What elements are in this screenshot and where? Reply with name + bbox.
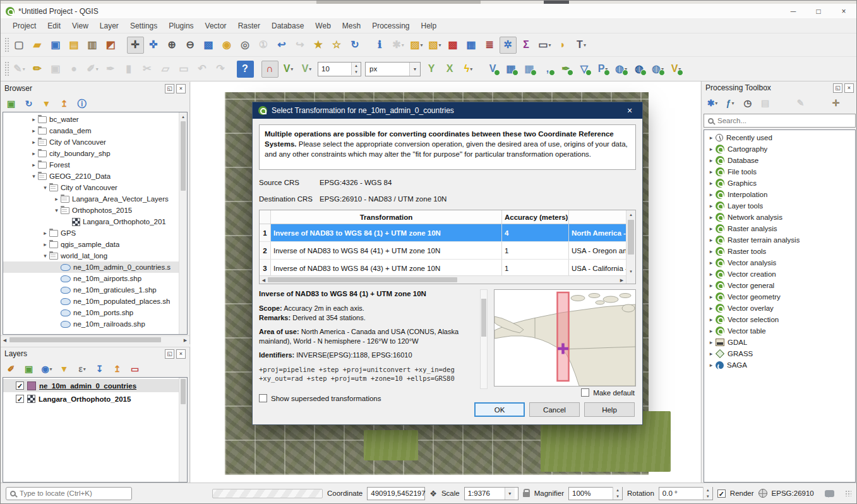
style-manager[interactable]: ◩ (102, 37, 119, 54)
enable-tracing[interactable]: ϟ▾ (460, 61, 477, 78)
ok-button[interactable]: OK (474, 402, 525, 417)
add-group[interactable]: ▣ (21, 361, 37, 376)
processing-toolbox-toggle[interactable]: ✲ (500, 37, 517, 54)
extent-tracking-icon[interactable]: ❖ (429, 489, 437, 498)
menu-item[interactable]: Web (309, 20, 336, 32)
menu-item[interactable]: Raster (232, 20, 266, 32)
browser-item[interactable]: Langara_Orthophoto_201 (3, 216, 187, 227)
toolbox-group[interactable]: ▸ GRASS (704, 348, 855, 359)
toolbox-group[interactable]: ▸ Vector selection (704, 314, 855, 325)
scale-combo[interactable]: 1:9376 ▾ (464, 487, 518, 500)
browser-vertical-scrollbar[interactable]: ▴ (179, 112, 187, 334)
scroll-up-icon[interactable]: ▴ (626, 210, 635, 219)
messages-icon[interactable] (825, 490, 834, 497)
snapping-unit-combo[interactable]: px ▾ (365, 62, 421, 76)
combo-arrow-icon[interactable]: ▾ (505, 488, 515, 500)
toolbox-search[interactable] (704, 114, 856, 128)
menu-item[interactable]: Edit (42, 20, 66, 32)
filter-browser[interactable]: ▼ (39, 96, 54, 111)
add-feature[interactable]: ● (66, 61, 83, 78)
multiedit-attributes[interactable]: ✒ (102, 61, 119, 78)
render-checkbox[interactable]: ✓ (717, 489, 726, 498)
collapse-all[interactable]: ↥ (57, 96, 72, 111)
add-arcgis-layer[interactable]: ◍ (631, 61, 648, 78)
show-layout-manager[interactable]: ▥ (84, 37, 101, 54)
browser-item[interactable]: ▸ qgis_sample_data (3, 239, 187, 250)
column-header-transformation[interactable]: Transformation (271, 210, 502, 224)
identify-features[interactable]: ℹ (371, 37, 388, 54)
expand-arrow-icon[interactable]: ▸ (707, 260, 716, 266)
expand-arrow-icon[interactable]: ▸ (707, 135, 716, 141)
transformation-row[interactable]: 1 Inverse of NAD83 to WGS 84 (1) + UTM z… (260, 224, 635, 242)
browser-item[interactable]: ▾ world_lat_long (3, 250, 187, 261)
options[interactable]: ✛ (829, 95, 844, 111)
delete-selected[interactable]: ▮ (121, 61, 138, 78)
panel-close-button[interactable]: × (844, 83, 854, 93)
snapping-mode[interactable]: V▾ (298, 61, 315, 78)
browser-item[interactable]: ne_10m_ports.shp (3, 307, 187, 318)
pan-map[interactable]: ✛ (127, 37, 144, 54)
show-bookmarks[interactable]: ☆ (328, 37, 345, 54)
browser-item[interactable]: ne_10m_admin_0_countries.s (3, 261, 187, 273)
open-project[interactable]: ▰ (29, 37, 46, 54)
save-layer-edits[interactable]: ▣ (47, 61, 64, 78)
toolbox-group[interactable]: ▸ Recently used (704, 132, 855, 143)
menu-item[interactable]: Plugins (163, 20, 199, 32)
toolbox-group[interactable]: ▸ Raster terrain analysis (704, 234, 855, 246)
zoom-to-selection[interactable]: ◉ (219, 37, 236, 54)
panel-float-button[interactable]: ◱ (833, 83, 842, 93)
collapse-all-layers[interactable]: ↥ (110, 361, 125, 376)
browser-item[interactable]: ne_10m_airports.shp (3, 273, 187, 284)
menu-item[interactable]: Help (416, 20, 443, 32)
scroll-left-icon[interactable]: ◀ (1, 336, 9, 344)
scroll-up-icon[interactable]: ▴ (179, 112, 187, 121)
browser-item[interactable]: ne_10m_railroads.shp (3, 318, 187, 330)
models[interactable]: ✱▾ (705, 95, 720, 111)
transformation-row[interactable]: 3 Inverse of NAD83 to WGS 84 (43) + UTM … (260, 260, 635, 277)
toolbar-button[interactable] (121, 37, 126, 54)
menu-item[interactable]: Layer (94, 20, 124, 32)
zoom-full-extent[interactable]: ▩ (200, 37, 217, 54)
panel-close-button[interactable]: × (176, 349, 186, 359)
vertex-tool[interactable]: ✐▾ (84, 61, 101, 78)
spin-down-icon[interactable]: ▾ (613, 493, 622, 500)
magnifier-spinbox[interactable]: 100% ▴▾ (568, 487, 623, 500)
toolbox-tool-button[interactable] (776, 95, 791, 111)
column-header-accuracy[interactable]: Accuracy (meters) (502, 210, 569, 224)
expand-arrow-icon[interactable]: ▾ (52, 207, 61, 213)
filter-by-expression[interactable]: ε▾ (75, 361, 90, 376)
panel-float-button[interactable]: ◱ (165, 349, 174, 359)
add-selected-layers[interactable]: ▣ (4, 96, 19, 111)
menu-item[interactable]: Settings (124, 20, 163, 32)
select-features-by-value[interactable]: ▧▾ (426, 37, 443, 54)
superseded-checkbox[interactable] (259, 394, 267, 402)
cancel-button[interactable]: Cancel (529, 402, 580, 417)
scroll-left-icon[interactable]: ◀ (260, 276, 268, 284)
title-bar[interactable]: *Untitled Project - QGIS ─ □ × (1, 4, 856, 19)
menu-item[interactable]: Processing (366, 20, 415, 32)
open-attribute-table[interactable]: ▦ (463, 37, 480, 54)
toolbox-search-input[interactable] (717, 117, 851, 124)
current-crs[interactable]: EPSG:26910 (772, 489, 814, 497)
properties-widget[interactable]: ⓘ (75, 96, 90, 111)
coordinate-field[interactable]: 490919,5452197 (367, 487, 425, 500)
expand-arrow-icon[interactable]: ▸ (707, 351, 716, 357)
filter-legend[interactable]: ▼ (57, 361, 72, 376)
menu-item[interactable]: Database (266, 20, 309, 32)
table-horizontal-scrollbar[interactable]: ◀ ▶ (260, 275, 626, 284)
layers-vertical-scrollbar[interactable] (179, 378, 187, 482)
refresh-browser[interactable]: ↻ (21, 96, 37, 111)
transformation-row[interactable]: 2 Inverse of NAD83 to WGS 84 (41) + UTM … (260, 242, 635, 260)
add-postgis-layer[interactable]: P▾ (594, 61, 611, 78)
toolbox-group[interactable]: ▸ Raster analysis (704, 223, 855, 234)
browser-item[interactable]: ▸ Langara_Area_Vector_Layers (3, 193, 187, 205)
expand-arrow-icon[interactable]: ▸ (30, 150, 38, 157)
save-project[interactable]: ▣ (47, 37, 64, 54)
topological-editing[interactable]: Y (423, 61, 440, 78)
panel-close-button[interactable]: × (176, 84, 186, 93)
browser-item[interactable]: ▾ Orthophotos_2015 (3, 205, 187, 216)
toolbox-group[interactable]: ▸ Layer tools (704, 200, 855, 212)
scroll-right-icon[interactable]: ▶ (181, 336, 189, 344)
make-default-checkbox[interactable] (581, 388, 589, 397)
toolbox-group[interactable]: ▸ Vector geometry (704, 291, 855, 303)
